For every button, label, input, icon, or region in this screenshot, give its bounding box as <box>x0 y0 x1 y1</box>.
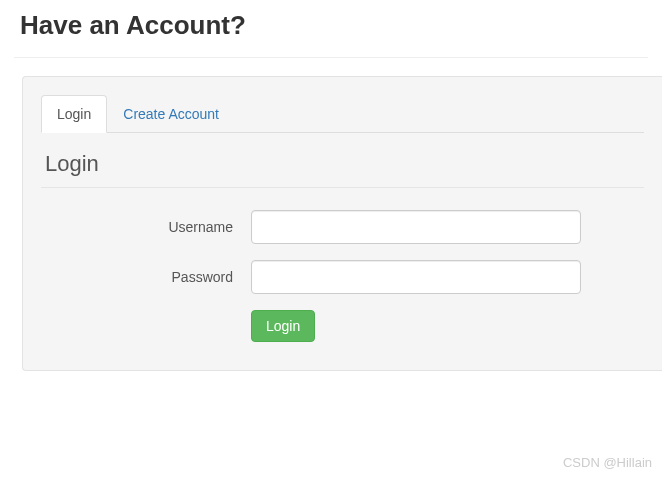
login-button[interactable]: Login <box>251 310 315 342</box>
username-input[interactable] <box>251 210 581 244</box>
submit-row: Login <box>41 310 644 342</box>
section-title: Login <box>45 151 644 177</box>
auth-tabs: Login Create Account <box>41 95 644 133</box>
password-row: Password <box>41 260 644 294</box>
submit-offset <box>41 310 251 342</box>
tab-login[interactable]: Login <box>41 95 107 133</box>
login-panel: Login Create Account Login Username Pass… <box>22 76 662 371</box>
username-label: Username <box>41 219 251 235</box>
title-divider <box>14 57 648 58</box>
tab-create-account[interactable]: Create Account <box>107 95 235 133</box>
page-title: Have an Account? <box>0 0 662 57</box>
password-label: Password <box>41 269 251 285</box>
watermark: CSDN @Hillain <box>563 455 652 470</box>
section-divider <box>41 187 644 188</box>
password-input[interactable] <box>251 260 581 294</box>
username-row: Username <box>41 210 644 244</box>
